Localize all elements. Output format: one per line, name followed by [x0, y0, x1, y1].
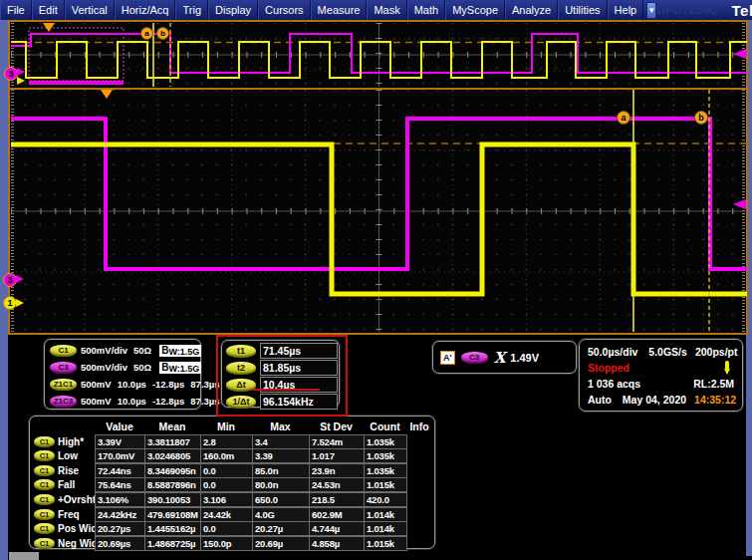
cursor-t2-badge[interactable]: t2 — [226, 362, 256, 375]
zoom-1-channel-1-badge[interactable]: Z1C1 — [50, 379, 77, 391]
cursor-inverse-delta-t-badge[interactable]: 1/Δt — [226, 396, 256, 409]
menu-item-cursors[interactable]: Cursors — [258, 0, 311, 20]
menu-item-horiz-acq[interactable]: Horiz/Acq — [115, 0, 176, 20]
measurement-channel-badge[interactable]: C1 — [34, 509, 55, 520]
zoom-graticule[interactable] — [11, 90, 747, 332]
oscilloscope-application: FileEditVerticalHoriz/AcqTrigDisplayCurs… — [0, 0, 752, 560]
channel-1-readout[interactable]: C1 500mV/div 50Ω BW:1.5G — [50, 342, 200, 359]
cursor-b-badge[interactable]: b — [156, 27, 169, 40]
menu-item-trig[interactable]: Trig — [175, 0, 208, 20]
timebase-panel: 50.0µs/div 5.0GS/s 200ps/pt Stopped 1 03… — [579, 339, 743, 412]
measurement-cell: 85.0n — [252, 463, 310, 478]
cursor-t1-badge[interactable]: t1 — [226, 345, 256, 358]
menu-item-vertical[interactable]: Vertical — [65, 0, 115, 20]
measurement-cell: 80.0n — [252, 477, 310, 492]
measurement-header-row: ValueMeanMinMaxSt DevCountInfo — [33, 420, 432, 434]
channel-3-badge[interactable]: C3 — [50, 362, 77, 374]
sample-resolution: 200ps/pt — [695, 346, 738, 358]
measurement-name: Neg Wid — [58, 538, 98, 549]
channel-1-badge[interactable]: C1 — [50, 345, 77, 357]
cursor-t1-value: 71.45µs — [260, 343, 338, 359]
measurement-channel-badge[interactable]: C1 — [34, 523, 55, 534]
menu-bar: FileEditVerticalHoriz/AcqTrigDisplayCurs… — [0, 0, 752, 20]
measurement-row-freq: C1Freq24.42kHz479.69108M24.42k4.0G602.9M… — [33, 507, 432, 522]
menu-item-myscope[interactable]: MyScope — [445, 0, 505, 20]
measurement-cell — [406, 508, 433, 521]
menu-item-file[interactable]: File — [0, 0, 32, 20]
menu-item-utilities[interactable]: Utilities — [558, 0, 607, 20]
measurement-cell: 3.4 — [252, 434, 310, 449]
measurement-label: C1High* — [33, 436, 95, 447]
measurement-channel-badge[interactable]: C1 — [34, 465, 55, 476]
zoom-1-channel-1-readout[interactable]: Z1C1 500mV 10.0µs -12.8µs 87.3µs — [50, 376, 200, 393]
zoom-trigger-position-icon[interactable] — [101, 90, 113, 99]
measurement-channel-badge[interactable]: C1 — [34, 538, 55, 549]
menu-item-math[interactable]: Math — [407, 0, 445, 20]
z1c3-scale: 500mV — [81, 396, 112, 407]
zoom-right-edge-arrow-icon — [733, 199, 746, 209]
measurement-cell: 8.5887896n — [144, 477, 201, 492]
zoom-1-channel-3-readout[interactable]: Z1C3 500mV 10.0µs -12.8µs 87.3µs — [50, 393, 200, 410]
zoom-1-channel-3-badge[interactable]: Z1C3 — [50, 396, 77, 408]
measurement-cell: 1.015k — [364, 477, 407, 492]
measurement-table-panel: ValueMeanMinMaxSt DevCountInfo C1High*3.… — [29, 416, 435, 549]
cursor-t2-row: t2 81.85µs — [226, 360, 339, 376]
measurement-cell: 0.0 — [200, 463, 253, 478]
overview-graticule[interactable] — [11, 23, 747, 87]
overview-right-edge-arrow-icon — [733, 49, 746, 59]
measurement-row-pos-wid: C1Pos Wid20.27µs1.4455162µ0.020.27µ4.744… — [33, 521, 432, 536]
menu-dropdown-button[interactable]: ▼ — [646, 2, 656, 19]
trigger-position-icon[interactable] — [43, 23, 55, 32]
measurement-cell: 160.0m — [200, 448, 253, 463]
channel-3-readout[interactable]: C3 500mV/div 50Ω BW:1.5G — [50, 359, 200, 376]
measurement-cell: 0.0 — [200, 521, 253, 536]
measurement-name: Fall — [58, 479, 75, 490]
menu-item-help[interactable]: Help — [608, 0, 644, 20]
z1c1-time-scale: 10.0µs — [118, 379, 146, 390]
measurement-channel-badge[interactable]: C1 — [34, 494, 55, 505]
measurement-header-min: Min — [200, 420, 252, 432]
channel-3-marker[interactable]: 3 — [4, 67, 18, 81]
measurement-cell: 75.64ns — [95, 477, 145, 492]
trigger-source-badge[interactable]: C3 — [461, 352, 488, 364]
zoom-channel-1-marker[interactable]: 1 — [3, 296, 17, 310]
channel-1-termination: 50Ω — [133, 345, 151, 356]
overview-waveform-window[interactable]: a b 3 — [11, 23, 745, 87]
cursor-a-badge[interactable]: a — [140, 27, 153, 40]
zoom-waveform-window[interactable]: a b 3 1 — [11, 90, 745, 332]
measurement-channel-badge[interactable]: C1 — [34, 450, 55, 461]
trigger-mode: Auto — [588, 394, 612, 406]
trigger-readout-panel[interactable]: A' C3 X 1.49V — [432, 341, 577, 374]
measurement-channel-badge[interactable]: C1 — [34, 436, 55, 447]
menu-item-mask[interactable]: Mask — [367, 0, 406, 20]
acquisition-status: Stopped — [588, 362, 629, 374]
menu-item-display[interactable]: Display — [208, 0, 258, 20]
measurement-cell — [406, 464, 433, 477]
dropdown-arrow-icon: ▼ — [647, 6, 655, 15]
measurement-cell: 24.42kHz — [95, 507, 145, 522]
menu-item-edit[interactable]: Edit — [32, 0, 65, 20]
measurement-row-neg-wid: C1Neg Wid20.69µs1.4868725µ150.0p20.69µ4.… — [33, 536, 432, 551]
measurement-label: C1Pos Wid — [33, 523, 95, 534]
zoom-cursor-a-badge[interactable]: a — [617, 111, 630, 125]
measurement-cell: 1.035k — [364, 448, 407, 463]
measurement-name: Rise — [58, 465, 79, 476]
z1c3-span: 87.3µs — [190, 396, 219, 407]
channel-1-bandwidth: BW:1.5G — [159, 345, 201, 357]
measurement-name: Pos Wid — [58, 523, 97, 534]
measurement-channel-badge[interactable]: C1 — [34, 479, 55, 490]
measurement-cell — [406, 478, 433, 491]
z1c1-position: -12.8µs — [152, 379, 184, 390]
z1c1-span: 87.3µs — [190, 379, 219, 390]
measurement-header-count: Count — [364, 420, 406, 432]
zoom-cursor-b-badge[interactable]: b — [694, 111, 708, 125]
measurement-cell — [406, 435, 433, 448]
red-annotation-underline — [252, 389, 320, 391]
measurement-rows: C1High*3.39V3.38118072.83.47.524m1.035kC… — [33, 434, 432, 551]
menu-item-measure[interactable]: Measure — [311, 0, 368, 20]
date-time-row: Auto May 04, 2020 14:35:12 — [588, 392, 734, 408]
measurement-cell: 4.744µ — [309, 521, 365, 536]
menu-item-analyze[interactable]: Analyze — [505, 0, 558, 20]
measurement-row--ovrsht: C1+Ovrsht3.106%390.100533.106650.0218.54… — [33, 492, 432, 507]
zoom-channel-3-marker[interactable]: 3 — [3, 273, 17, 287]
